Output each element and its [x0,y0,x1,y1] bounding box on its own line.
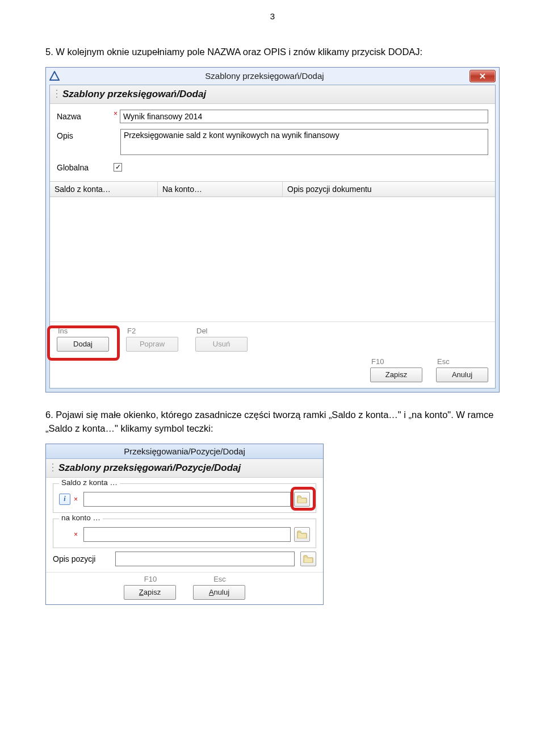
checkbox-globalna[interactable]: ✓ [114,163,122,172]
grid-body[interactable] [50,197,495,322]
panel-header-2: Szablony przeksięgowań/Pozycje/Dodaj [46,459,323,478]
folder-button-nakonto[interactable] [294,527,310,542]
mnemonic: A [209,588,214,596]
grip-icon [56,89,59,99]
row-globalna: Globalna ✓ [57,161,488,172]
required-marker: × [114,110,118,118]
label-opis-pozycji: Opis pozycji [53,554,110,563]
panel-header: Szablony przeksięgowań/Dodaj [50,85,495,104]
col-nakonto[interactable]: Na konto… [158,182,283,197]
required-marker: × [74,495,78,503]
close-icon [479,73,486,80]
window-title: Szablony przeksięgowań/Dodaj [60,71,469,81]
grid-header: Saldo z konta… Na konto… Opis pozycji do… [50,181,495,197]
input-nazwa[interactable] [120,110,488,123]
check-icon: ✓ [115,164,121,170]
hint-esc: Esc [436,357,488,367]
input-saldo-z-konta[interactable] [83,492,291,507]
window-client-2: Szablony przeksięgowań/Pozycje/Dodaj Sal… [46,459,323,604]
info-icon[interactable]: i [59,494,70,505]
button-zapisz[interactable]: Zapisz [370,367,422,382]
document-page: 3 5. W kolejnym oknie uzupełniamy pole N… [0,0,545,628]
group-na-konto: na konto … × [53,519,316,548]
btn-text: nuluj [214,588,229,596]
hint-f10: F10 [370,357,422,367]
titlebar: Szablony przeksięgowań/Dodaj [46,68,499,85]
button-anuluj-2[interactable]: Anuluj [193,585,245,600]
button-dodaj[interactable]: Dodaj [57,337,109,352]
stack-anuluj-2: Esc Anuluj [193,575,245,600]
titlebar2: Przeksięgowania/Pozycje/Dodaj [46,444,323,459]
stack-zapisz: F10 Zapisz [370,357,422,382]
dialog-buttons-2: F10 Zapisz Esc Anuluj [46,572,323,604]
button-zapisz-2[interactable]: Zapisz [124,585,176,600]
panel-header-text-2: Szablony przeksięgowań/Pozycje/Dodaj [58,462,241,473]
input-opis[interactable]: Przeksięgowanie sald z kont wynikowych n… [120,129,488,155]
label-nazwa: Nazwa [57,110,114,121]
step5-text: 5. W kolejnym oknie uzupełniamy pole NAZ… [45,45,500,59]
folder-icon [297,531,307,538]
app-icon [49,71,60,81]
input-na-konto[interactable] [83,527,291,542]
hint-f2: F2 [126,327,178,337]
panel-header-text: Szablony przeksięgowań/Dodaj [62,89,206,99]
folder-button-opis[interactable] [300,552,316,566]
page-number: 3 [45,0,500,45]
stack-dodaj: Ins Dodaj [57,327,109,352]
close-button[interactable] [469,70,496,82]
window-szablony-dodaj: Szablony przeksięgowań/Dodaj Szablony pr… [45,67,500,392]
stack-usun: Del Usuń [195,327,248,352]
svg-marker-0 [50,72,59,80]
step6-text: 6. Pojawi się małe okienko, którego zasa… [45,408,500,436]
folder-icon [303,555,313,563]
dialog-buttons: F10 Zapisz Esc Anuluj [50,354,495,388]
hint-esc-2: Esc [193,575,245,585]
hint-ins: Ins [57,327,109,337]
button-popraw: Popraw [126,337,178,352]
form-area: Nazwa × Opis Przeksięgowanie sald z kont… [50,104,495,181]
label-globalna: Globalna [57,161,114,172]
legend-nakonto: na konto … [59,513,103,522]
btn-text: apisz [144,588,161,596]
row-nakonto-input: × [59,527,310,542]
row-opis: Opis Przeksięgowanie sald z kont wynikow… [57,129,488,155]
window-client: Szablony przeksięgowań/Dodaj Nazwa × Opi… [49,85,496,389]
legend-saldo: Saldo z konta … [59,478,120,487]
hint-f10-2: F10 [124,575,176,585]
group-saldo-z-konta: Saldo z konta … i × [53,483,316,513]
col-saldo[interactable]: Saldo z konta… [50,182,158,197]
input-opis-pozycji[interactable] [115,552,295,566]
folder-button-saldo[interactable] [294,492,310,507]
stack-zapisz-2: F10 Zapisz [124,575,176,600]
button-usun: Usuń [195,337,248,352]
col-opis[interactable]: Opis pozycji dokumentu [283,182,495,197]
grip-icon [52,463,55,473]
row-opis-pozycji: Opis pozycji [53,552,316,566]
folder-icon [297,495,307,503]
grid-buttons: Ins Dodaj F2 Popraw Del Usuń [50,322,495,354]
window-pozycje-dodaj: Przeksięgowania/Pozycje/Dodaj Szablony p… [45,444,324,605]
stack-popraw: F2 Popraw [126,327,178,352]
button-anuluj[interactable]: Anuluj [436,367,488,382]
stack-anuluj: Esc Anuluj [436,357,488,382]
label-opis: Opis [57,129,114,140]
hint-del: Del [195,327,248,337]
mnemonic: Z [139,588,144,596]
row-nazwa: Nazwa × [57,110,488,123]
required-marker: × [74,531,78,538]
row-saldo-input: i × [59,492,310,507]
